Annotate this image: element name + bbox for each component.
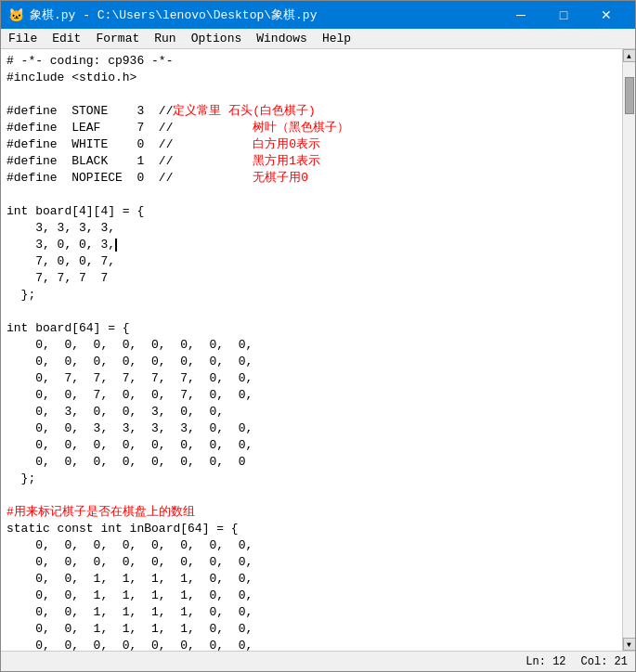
editor-area: # -*- coding: cp936 -*- #include <stdio.… bbox=[1, 49, 635, 651]
code-line-16 bbox=[1, 304, 622, 320]
code-line-12: 3, 0, 0, 3, bbox=[1, 237, 622, 253]
code-line-13: 7, 0, 0, 7, bbox=[1, 253, 622, 270]
code-line-3 bbox=[1, 86, 622, 103]
code-line-32: 0, 0, 1, 1, 1, 1, 0, 0, bbox=[1, 571, 622, 588]
code-line-15: }; bbox=[1, 287, 622, 304]
window-title: 象棋.py - C:\Users\lenovo\Desktop\象棋.py bbox=[30, 6, 317, 23]
code-editor[interactable]: # -*- coding: cp936 -*- #include <stdio.… bbox=[1, 49, 622, 651]
code-line-10: int board[4][4] = { bbox=[1, 203, 622, 220]
code-line-2: #include <stdio.h> bbox=[1, 70, 622, 86]
code-line-29: static const int inBoard[64] = { bbox=[1, 521, 622, 537]
code-line-9 bbox=[1, 187, 622, 203]
scrollbar-up-button[interactable]: ▲ bbox=[623, 49, 636, 62]
status-bar: Ln: 12 Col: 21 bbox=[1, 651, 635, 671]
code-line-14: 7, 7, 7 7 bbox=[1, 270, 622, 287]
code-line-6: #define WHITE 0 // 白方用0表示 bbox=[1, 136, 622, 153]
code-line-28: #用来标记棋子是否在棋盘上的数组 bbox=[1, 504, 622, 521]
menu-edit[interactable]: Edit bbox=[45, 29, 88, 48]
menu-bar: File Edit Format Run Options Windows Hel… bbox=[1, 29, 635, 49]
code-line-20: 0, 7, 7, 7, 7, 7, 0, 0, bbox=[1, 370, 622, 387]
code-line-34: 0, 0, 1, 1, 1, 1, 0, 0, bbox=[1, 604, 622, 621]
code-line-23: 0, 0, 3, 3, 3, 3, 0, 0, bbox=[1, 420, 622, 437]
menu-file[interactable]: File bbox=[1, 29, 45, 48]
menu-help[interactable]: Help bbox=[315, 29, 358, 48]
code-line-22: 0, 3, 0, 0, 3, 0, 0, bbox=[1, 404, 622, 420]
code-line-24: 0, 0, 0, 0, 0, 0, 0, 0, bbox=[1, 437, 622, 454]
status-line: Ln: 12 bbox=[526, 655, 565, 668]
code-line-27 bbox=[1, 487, 622, 504]
code-line-19: 0, 0, 0, 0, 0, 0, 0, 0, bbox=[1, 354, 622, 370]
scrollbar-down-button[interactable]: ▼ bbox=[623, 638, 636, 651]
app-icon: 🐱 bbox=[8, 7, 24, 23]
main-window: 🐱 象棋.py - C:\Users\lenovo\Desktop\象棋.py … bbox=[0, 0, 636, 672]
code-line-31: 0, 0, 0, 0, 0, 0, 0, 0, bbox=[1, 554, 622, 571]
vertical-scrollbar[interactable]: ▲ ▼ bbox=[622, 49, 635, 651]
code-line-11: 3, 3, 3, 3, bbox=[1, 220, 622, 237]
title-controls: ─ □ ✕ bbox=[500, 1, 628, 29]
code-line-8: #define NOPIECE 0 // 无棋子用0 bbox=[1, 170, 622, 187]
code-line-36: 0, 0, 0, 0, 0, 0, 0, 0, bbox=[1, 638, 622, 651]
scrollbar-thumb[interactable] bbox=[625, 77, 634, 114]
maximize-button[interactable]: □ bbox=[542, 1, 585, 29]
menu-options[interactable]: Options bbox=[184, 29, 250, 48]
code-line-21: 0, 0, 7, 0, 0, 7, 0, 0, bbox=[1, 387, 622, 404]
code-line-5: #define LEAF 7 // 树叶（黑色棋子） bbox=[1, 120, 622, 136]
menu-format[interactable]: Format bbox=[88, 29, 147, 48]
code-line-4: #define STONE 3 //定义常里 石头(白色棋子) bbox=[1, 103, 622, 120]
menu-run[interactable]: Run bbox=[147, 29, 183, 48]
code-line-25: 0, 0, 0, 0, 0, 0, 0, 0 bbox=[1, 454, 622, 471]
code-line-33: 0, 0, 1, 1, 1, 1, 0, 0, bbox=[1, 588, 622, 604]
close-button[interactable]: ✕ bbox=[585, 1, 628, 29]
code-line-26: }; bbox=[1, 471, 622, 487]
title-bar: 🐱 象棋.py - C:\Users\lenovo\Desktop\象棋.py … bbox=[1, 1, 635, 29]
code-line-1: # -*- coding: cp936 -*- bbox=[1, 53, 622, 70]
code-line-17: int board[64] = { bbox=[1, 320, 622, 337]
code-line-7: #define BLACK 1 // 黑方用1表示 bbox=[1, 153, 622, 170]
minimize-button[interactable]: ─ bbox=[500, 1, 542, 29]
code-line-35: 0, 0, 1, 1, 1, 1, 0, 0, bbox=[1, 621, 622, 638]
code-line-18: 0, 0, 0, 0, 0, 0, 0, 0, bbox=[1, 337, 622, 354]
status-col: Col: 21 bbox=[581, 655, 628, 668]
title-bar-left: 🐱 象棋.py - C:\Users\lenovo\Desktop\象棋.py bbox=[8, 6, 317, 23]
code-line-30: 0, 0, 0, 0, 0, 0, 0, 0, bbox=[1, 537, 622, 554]
menu-windows[interactable]: Windows bbox=[249, 29, 315, 48]
